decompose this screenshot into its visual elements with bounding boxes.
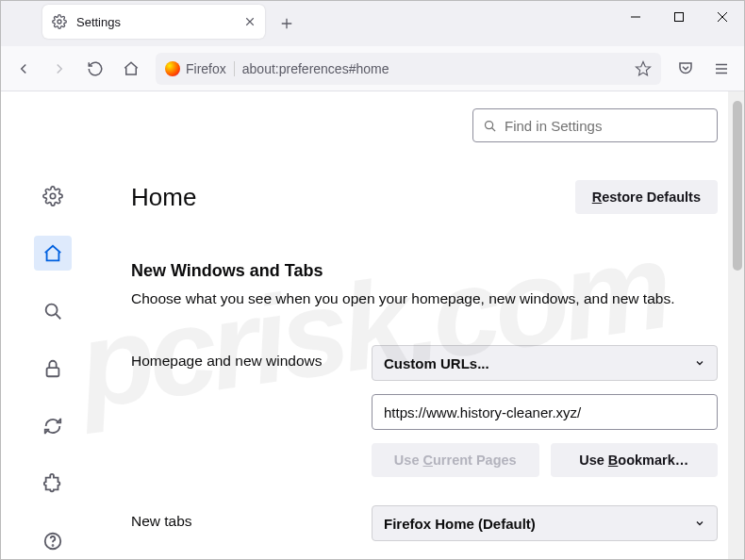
use-current-pages-button[interactable]: Use Current Pages xyxy=(372,443,539,477)
close-icon[interactable] xyxy=(244,16,256,27)
settings-main[interactable]: Home Restore Defaults New Windows and Ta… xyxy=(105,91,744,559)
browser-tab[interactable]: Settings xyxy=(42,5,265,39)
content-area: Home Restore Defaults New Windows and Ta… xyxy=(1,91,744,559)
scroll-thumb[interactable] xyxy=(733,101,742,271)
homepage-mode-value: Custom URLs... xyxy=(384,355,489,371)
svg-point-7 xyxy=(486,121,493,128)
app-menu-button[interactable] xyxy=(704,52,738,86)
url-bar[interactable]: Firefox about:preferences#home xyxy=(156,53,661,85)
new-tab-button[interactable] xyxy=(271,8,303,40)
maximize-button[interactable] xyxy=(657,1,701,33)
sidebar-general[interactable] xyxy=(34,178,72,213)
svg-rect-4 xyxy=(47,368,59,376)
use-bookmark-button[interactable]: Use Bookmark… xyxy=(551,443,719,477)
homepage-row: Homepage and new windows Custom URLs... … xyxy=(131,345,718,477)
urlbar-brand-label: Firefox xyxy=(186,61,226,76)
homepage-url-input[interactable]: https://www.history-cleaner.xyz/ xyxy=(372,394,718,430)
sidebar-search[interactable] xyxy=(34,293,72,328)
pocket-button[interactable] xyxy=(669,52,703,86)
svg-point-2 xyxy=(50,193,56,199)
reload-button[interactable] xyxy=(78,52,112,86)
sidebar-extensions[interactable] xyxy=(34,467,72,502)
section-title: New Windows and Tabs xyxy=(131,261,718,281)
svg-point-3 xyxy=(46,305,58,316)
bookmark-star-icon[interactable] xyxy=(635,60,652,77)
sidebar-help[interactable] xyxy=(34,524,72,559)
window-controls xyxy=(614,1,744,39)
svg-point-6 xyxy=(53,546,54,547)
homepage-url-value: https://www.history-cleaner.xyz/ xyxy=(384,404,705,420)
newtabs-value: Firefox Home (Default) xyxy=(384,516,536,532)
restore-defaults-button[interactable]: Restore Defaults xyxy=(575,180,718,214)
settings-sidebar xyxy=(1,91,105,559)
window-close-button[interactable] xyxy=(701,1,744,33)
gear-icon xyxy=(52,14,67,29)
svg-rect-1 xyxy=(675,13,684,22)
newtabs-select[interactable]: Firefox Home (Default) xyxy=(372,505,718,541)
browser-toolbar: Firefox about:preferences#home xyxy=(1,46,744,91)
scrollbar[interactable] xyxy=(728,91,744,559)
sidebar-sync[interactable] xyxy=(34,409,72,444)
sidebar-home[interactable] xyxy=(34,236,72,271)
newtabs-label: New tabs xyxy=(131,505,372,530)
svg-point-0 xyxy=(58,20,61,24)
urlbar-text: about:preferences#home xyxy=(242,61,627,76)
find-in-settings-input[interactable] xyxy=(505,118,707,134)
firefox-icon xyxy=(165,61,180,76)
search-icon xyxy=(483,119,497,133)
sidebar-privacy[interactable] xyxy=(34,351,72,386)
forward-button[interactable] xyxy=(42,52,76,86)
homepage-mode-select[interactable]: Custom URLs... xyxy=(372,345,718,381)
chevron-down-icon xyxy=(694,518,705,529)
section-desc: Choose what you see when you open your h… xyxy=(131,290,718,307)
titlebar: Settings xyxy=(1,1,744,46)
home-button[interactable] xyxy=(114,52,148,86)
tab-title: Settings xyxy=(76,15,235,29)
browser-window: Settings Firefox about:preferences#h xyxy=(0,0,745,560)
find-in-settings[interactable] xyxy=(472,108,718,142)
chevron-down-icon xyxy=(694,357,705,369)
back-button[interactable] xyxy=(7,52,41,86)
urlbar-identity: Firefox xyxy=(165,61,235,76)
page-title: Home xyxy=(131,183,196,212)
newtabs-row: New tabs Firefox Home (Default) xyxy=(131,505,718,541)
tab-bar: Settings xyxy=(1,1,303,46)
homepage-label: Homepage and new windows xyxy=(131,345,372,370)
minimize-button[interactable] xyxy=(614,1,657,33)
